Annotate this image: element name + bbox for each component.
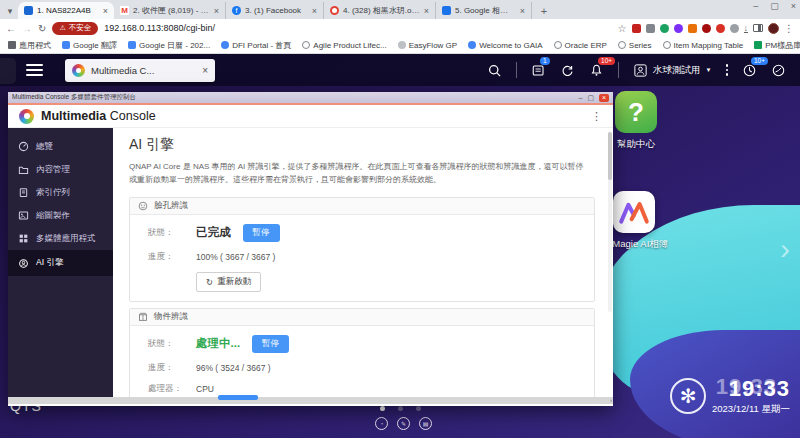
sidebar-item-thumbnail-generation[interactable]: 縮圖製作 [8,204,113,227]
panel-header: 臉孔辨識 [130,198,594,215]
extension-icon-1[interactable] [632,24,641,33]
bookmark-easyflow[interactable]: EasyFlow GP [398,41,457,50]
bookmark-oracle-erp[interactable]: Oracle ERP [554,41,607,50]
address-bar-actions: ☆ ↓ ⋮ [618,23,794,34]
extensions-puzzle-icon[interactable] [730,24,739,33]
security-badge-label: 不安全 [69,23,92,33]
extension-icon-4[interactable] [674,24,683,33]
globe-icon [554,41,562,49]
tab-close-icon[interactable]: × [312,6,317,16]
bookmark-google-calendar[interactable]: Google 日曆 - 202... [128,40,210,51]
browser-tab-3[interactable]: f 3. (1) Facebook × [226,2,324,19]
bookmark-gaia[interactable]: Welcome to GAIA [468,41,542,50]
qts-top-bar-right: 1 10+ 水球測試用 ▼ 10+ [487,62,800,78]
tab-close-icon[interactable]: × [103,6,108,16]
bookmark-star-icon[interactable]: ☆ [618,23,627,34]
bookmark-agile[interactable]: Agile Product Lifec... [302,41,386,50]
browser-tab-4[interactable]: 4. (328) 相黑水玥.old (molest... × [324,2,436,19]
close-icon[interactable]: × [202,65,208,76]
desktop-dock: ◔ ✎ ▤ [375,417,432,430]
search-icon[interactable] [487,63,502,78]
sidebar-item-content-management[interactable]: 內容管理 [8,158,113,181]
browser-tab-1[interactable]: 1. NAS822A4B × [18,2,114,19]
vertical-scrollbar[interactable] [608,132,612,312]
tab-close-icon[interactable]: × [424,6,429,16]
desktop-icon-help-center[interactable]: ? 幫助中心 [604,91,668,151]
tab-close-icon[interactable]: × [214,6,219,16]
dock-icon-1[interactable]: ◔ [375,417,388,430]
desktop-page-dots[interactable] [380,406,421,411]
scroll-right-arrow-icon[interactable]: › [610,397,612,404]
background-tasks-icon[interactable]: 1 [531,63,546,78]
window-titlebar[interactable]: Multimedia Console 多媒體套件管理控制台 – ▢ × [8,92,613,103]
profile-avatar[interactable] [768,23,779,34]
extension-icon-5[interactable] [688,24,697,33]
globe-icon [468,41,476,49]
more-options-icon[interactable] [726,64,729,76]
security-badge[interactable]: ⚠ 不安全 [52,22,98,35]
bookmark-dfi-portal[interactable]: DFI Portal - 首頁 [221,40,291,51]
resource-monitor-icon[interactable]: 10+ [742,63,757,78]
desktop-icon-label: 幫助中心 [617,138,655,151]
new-tab-button[interactable]: + [536,3,552,19]
side-panel-icon[interactable] [753,24,763,32]
dock-icon-2[interactable]: ✎ [397,417,410,430]
minimize-icon[interactable]: – [578,94,582,102]
taskbar-app-label: Multimedia C... [91,65,196,76]
progress-row: 進度： 96% ( 3524 / 3667 ) [148,362,594,374]
maximize-icon[interactable]: ▢ [770,1,779,11]
pause-button[interactable]: 暫停 [243,224,280,242]
tab-label: 5. Google 相簿 - 相片 - 溫布 [455,5,516,16]
minimize-icon[interactable]: – [753,1,758,11]
forward-icon[interactable]: → [22,23,32,34]
horizontal-scrollbar[interactable]: › [8,397,613,404]
tab-search-chevron-icon[interactable]: ▾ [2,3,18,19]
maximize-icon[interactable]: ▢ [587,94,594,102]
next-desktop-chevron-icon[interactable]: › [780,232,790,266]
main-menu-icon[interactable] [26,64,43,76]
notifications-bell-icon[interactable]: 10+ [589,63,604,78]
bookmark-series[interactable]: Series [618,41,652,50]
tab-label: 2. 收件匣 (8,019) - waterball... [133,5,210,16]
page-title: AI 引擎 [129,136,599,154]
browser-menu-icon[interactable]: ⋮ [784,23,794,34]
pause-button[interactable]: 暫停 [252,335,289,353]
tab-close-icon[interactable]: × [520,6,525,16]
browser-tab-5[interactable]: 5. Google 相簿 - 相片 - 溫布 × [436,2,532,19]
sidebar-item-label: 總覽 [36,141,53,153]
extension-icon-2[interactable] [646,24,655,33]
close-icon[interactable]: × [599,94,609,102]
site-favicon [330,6,339,15]
divider [618,62,619,78]
sidebar-item-multimedia-apps[interactable]: 多媒體應用程式 [8,227,113,250]
processor-label: 處理器： [148,383,196,395]
user-menu[interactable]: 水球測試用 ▼ [633,63,711,78]
bookmark-pm-sample[interactable]: PM樣品庫存管理 -... [754,40,800,51]
url-input[interactable]: 192.168.0.113:8080/cgi-bin/ [104,23,611,33]
bookmark-apps[interactable]: 應用程式 [8,40,51,51]
sidebar-item-indexing-queue[interactable]: 索引佇列 [8,181,113,204]
reload-icon[interactable]: ↻ [38,23,46,34]
back-icon[interactable]: ← [6,23,16,34]
bookmark-google-translate[interactable]: Google 翻譯 [62,40,117,51]
sidebar-item-overview[interactable]: 總覽 [8,135,113,158]
notifications-badge: 10+ [598,57,615,66]
scrollbar-thumb[interactable] [218,395,258,400]
taskbar-app-tab[interactable]: Multimedia C... × [65,59,215,82]
sidebar-item-ai-engine[interactable]: AI 引擎 [8,250,113,276]
close-icon[interactable]: × [791,1,796,11]
dock-icon-3[interactable]: ▤ [419,417,432,430]
extension-icon-6[interactable] [702,24,711,33]
face-icon [138,201,148,211]
downloads-icon[interactable]: ↓ [744,24,749,33]
bookmark-item-mapping[interactable]: Item Mapping Table [663,41,744,50]
extension-icon-3[interactable] [660,24,669,33]
restart-icon: ↻ [206,277,213,287]
browser-tab-2[interactable]: M 2. 收件匣 (8,019) - waterball... × [114,2,226,19]
extension-icon-7[interactable] [716,24,725,33]
processor-row: 處理器： CPU [148,383,594,395]
dashboard-gauge-icon[interactable] [771,63,786,78]
restart-button[interactable]: ↻ 重新啟動 [196,272,261,292]
sync-icon[interactable] [560,63,575,78]
app-menu-icon[interactable]: ⋮ [591,110,602,123]
